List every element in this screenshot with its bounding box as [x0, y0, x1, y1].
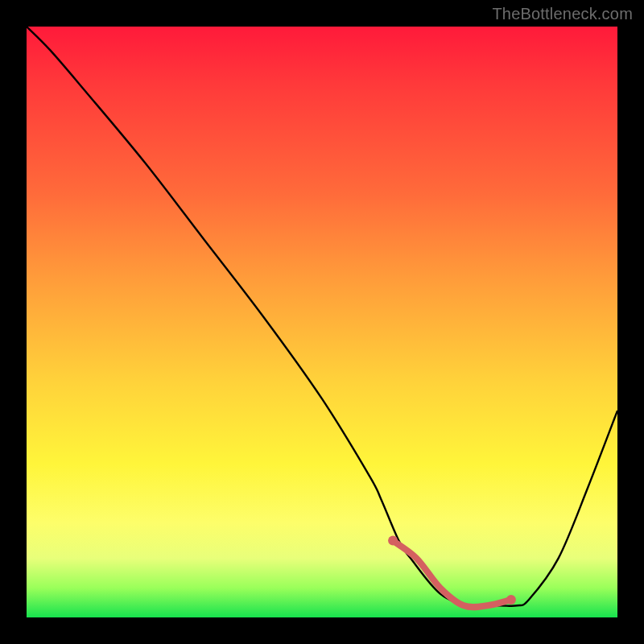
- optimal-range-end-dot: [506, 595, 516, 605]
- optimal-range-path: [393, 541, 511, 608]
- optimal-range-end-dot: [388, 536, 398, 546]
- optimal-range-markers: [388, 536, 516, 608]
- bottleneck-curve-path: [27, 27, 617, 606]
- curve-layer: [27, 27, 617, 617]
- plot-area: [27, 27, 617, 617]
- chart-frame: TheBottleneck.com: [0, 0, 644, 644]
- attribution-text: TheBottleneck.com: [492, 5, 633, 23]
